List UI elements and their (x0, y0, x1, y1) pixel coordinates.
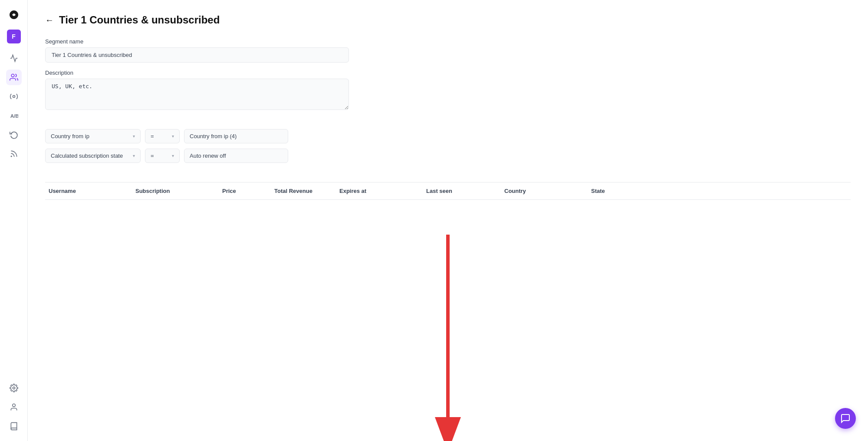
sidebar-item-events[interactable] (6, 89, 22, 104)
user-avatar[interactable]: F (7, 30, 21, 43)
sidebar-item-feed[interactable] (6, 146, 22, 162)
page-header: ← Tier 1 Countries & unsubscribed (45, 14, 851, 26)
svg-point-5 (12, 404, 15, 407)
col-last-seen: Last seen (423, 188, 501, 194)
filter-1-field[interactable]: Country from ip ▾ (45, 129, 141, 143)
sidebar-item-profile[interactable] (6, 399, 22, 415)
svg-point-3 (11, 156, 12, 157)
filter-1-operator-chevron: ▾ (172, 134, 174, 139)
col-expires-at: Expires at (336, 188, 423, 194)
page-title: Tier 1 Countries & unsubscribed (59, 14, 220, 26)
svg-point-4 (13, 387, 15, 389)
sidebar-item-analytics[interactable] (6, 50, 22, 66)
col-state: State (588, 188, 653, 194)
filter-1-field-label: Country from ip (51, 133, 89, 139)
sidebar-item-users[interactable] (6, 70, 22, 85)
filter-1-field-chevron: ▾ (133, 134, 135, 139)
filter-2-operator-label: = (151, 153, 154, 159)
segment-name-label: Segment name (45, 38, 349, 45)
col-total-revenue: Total Revenue (271, 188, 336, 194)
filter-1-operator-label: = (151, 133, 154, 139)
segment-name-input[interactable] (45, 47, 349, 63)
svg-point-1 (13, 96, 15, 98)
logo (6, 7, 22, 23)
col-subscription: Subscription (132, 188, 219, 194)
filter-row-1: Country from ip ▾ = ▾ Country from ip (4… (45, 129, 851, 143)
filter-2-operator[interactable]: = ▾ (145, 149, 180, 163)
col-price: Price (219, 188, 271, 194)
svg-text:A/B: A/B (10, 113, 18, 119)
main-content: ← Tier 1 Countries & unsubscribed Segmen… (28, 0, 868, 441)
col-username: Username (45, 188, 132, 194)
sidebar: F A/B (0, 0, 28, 441)
svg-point-0 (11, 74, 14, 77)
filter-1-value: Country from ip (4) (184, 129, 288, 143)
filter-section: Country from ip ▾ = ▾ Country from ip (4… (45, 129, 851, 168)
chat-support-button[interactable] (835, 408, 856, 429)
filter-2-field[interactable]: Calculated subscription state ▾ (45, 149, 141, 163)
sidebar-item-ab-test[interactable]: A/B (6, 108, 22, 123)
empty-state: This segment is in the process of update… (45, 200, 851, 441)
description-group: Description US, UK, etc. (45, 70, 349, 112)
table-header: Username Subscription Price Total Revenu… (45, 182, 851, 200)
segment-name-group: Segment name (45, 38, 349, 63)
sidebar-item-docs[interactable] (6, 418, 22, 434)
filter-2-operator-chevron: ▾ (172, 153, 174, 158)
filter-1-operator[interactable]: = ▾ (145, 129, 180, 143)
segment-form: Segment name Description US, UK, etc. (45, 38, 349, 119)
filter-2-field-chevron: ▾ (133, 153, 135, 158)
sidebar-item-refresh[interactable] (6, 127, 22, 143)
sidebar-item-settings[interactable] (6, 380, 22, 396)
users-table: Username Subscription Price Total Revenu… (45, 182, 851, 441)
filter-2-value: Auto renew off (184, 149, 288, 163)
svg-marker-7 (435, 417, 461, 441)
back-button[interactable]: ← (45, 15, 54, 25)
down-arrow-indicator (435, 235, 461, 441)
description-input[interactable]: US, UK, etc. (45, 79, 349, 110)
col-country: Country (501, 188, 588, 194)
filter-2-field-label: Calculated subscription state (51, 153, 123, 159)
description-label: Description (45, 70, 349, 76)
filter-row-2: Calculated subscription state ▾ = ▾ Auto… (45, 149, 851, 163)
